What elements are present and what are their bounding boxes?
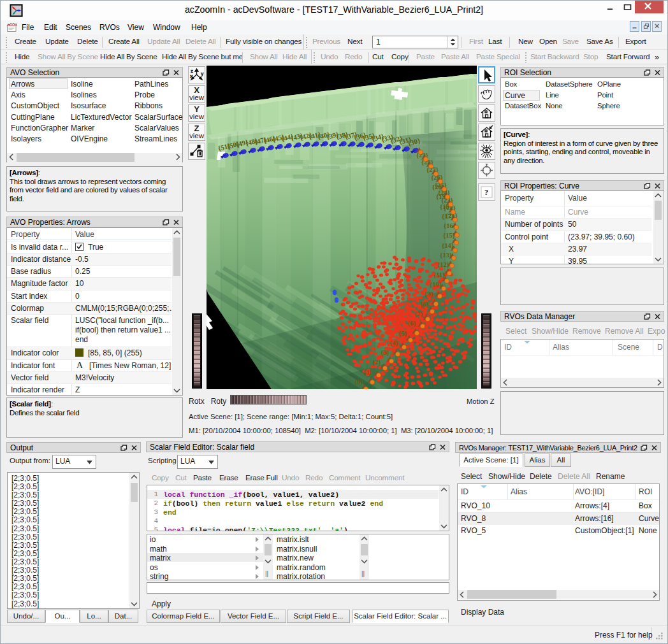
svg-text:{11}: {11}: [433, 271, 445, 278]
svg-text:{6}: {6}: [407, 320, 416, 327]
svg-text:{1}: {1}: [363, 369, 372, 376]
svg-text:{7}: {7}: [414, 310, 423, 317]
svg-text:y: y: [201, 71, 204, 76]
svg-text:{3}: {3}: [381, 349, 389, 356]
svg-text:x: x: [190, 73, 193, 79]
svg-text:{9}: {9}: [425, 290, 433, 297]
svg-text:{12}: {12}: [437, 261, 449, 268]
svg-text:{2}: {2}: [372, 359, 381, 366]
svg-text:{10}: {10}: [430, 281, 442, 288]
svg-text:{8}: {8}: [420, 301, 429, 308]
svg-text:{4}: {4}: [389, 340, 398, 347]
svg-text:?: ?: [484, 188, 488, 197]
svg-text:{0}: {0}: [354, 378, 363, 385]
svg-text:{5}: {5}: [398, 330, 407, 337]
